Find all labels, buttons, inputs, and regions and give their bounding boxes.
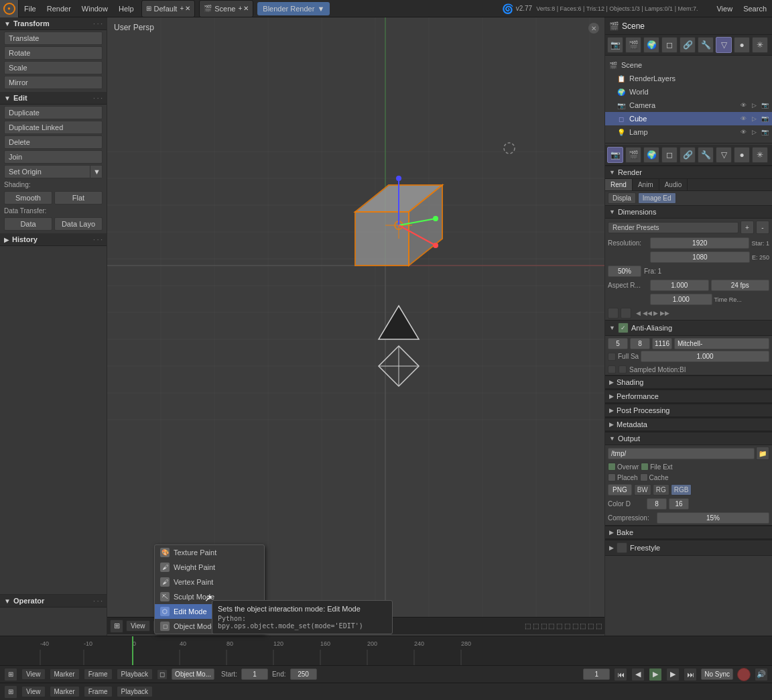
color-d-input-2[interactable]: 16 <box>669 498 689 510</box>
metadata-section-header[interactable]: ▶ Metadata <box>605 418 772 431</box>
menu-render[interactable]: Render <box>42 0 76 17</box>
audio-button[interactable]: 🔊 <box>755 668 768 681</box>
timeline-mode-icon[interactable]: ◻ <box>157 669 168 680</box>
timeline-playback[interactable]: Playback <box>117 668 153 680</box>
prev-frame-btn[interactable]: ◀ <box>631 668 645 681</box>
sampled-motion-checkbox[interactable] <box>608 365 616 373</box>
timeline-view[interactable]: View <box>21 668 46 680</box>
render-prop-icon-6[interactable]: 🔧 <box>698 147 714 163</box>
bottom-marker[interactable]: Marker <box>50 686 80 697</box>
render-tab-rend[interactable]: Rend <box>605 179 633 190</box>
edit-panel-header[interactable]: ▼ Edit · · · <box>0 92 107 105</box>
render-presets-button[interactable]: Render Presets <box>608 222 738 233</box>
prop-icon-object[interactable]: ◻ <box>661 37 678 53</box>
overwrite-checkbox[interactable] <box>608 463 616 471</box>
time-checkbox-1[interactable] <box>608 308 619 318</box>
scene-add[interactable]: + <box>238 5 242 12</box>
output-section-header[interactable]: ▼ Output <box>605 432 772 445</box>
render-prop-icon-9[interactable]: ✳ <box>752 147 768 163</box>
record-button[interactable] <box>737 668 751 681</box>
output-folder-button[interactable]: 📁 <box>756 447 769 460</box>
cube-sel-btn[interactable]: ▷ <box>749 114 759 123</box>
timeline-marker[interactable]: Marker <box>50 668 80 680</box>
renderer-selector[interactable]: Blender Render ▼ <box>257 2 330 15</box>
render-prop-icon-7[interactable]: ▽ <box>716 147 732 163</box>
prop-icon-material[interactable]: ● <box>734 37 750 53</box>
render-prop-icon-8[interactable]: ● <box>734 147 750 163</box>
render-prop-icon-5[interactable]: 🔗 <box>680 147 696 163</box>
layout-selector[interactable]: ⊞ Default + ✕ <box>141 0 196 17</box>
sampled-motion-checkbox-2[interactable] <box>619 365 627 373</box>
next-frame-btn[interactable]: ▶ <box>666 668 680 681</box>
rgb-button[interactable]: RGB <box>671 484 692 495</box>
render-prop-icon-2[interactable]: 🎬 <box>625 147 641 163</box>
aspect-y-input[interactable]: 1.000 <box>650 294 712 305</box>
timeline-ruler[interactable]: -40 -10 0 40 80 120 160 200 240 280 <box>0 636 772 666</box>
image-ed-button[interactable]: Image Ed <box>638 192 676 204</box>
menu-file[interactable]: File <box>19 0 42 17</box>
render-tab-audio[interactable]: Audio <box>659 179 688 190</box>
vertex-paint-item[interactable]: 🖌 Vertex Paint <box>155 575 264 589</box>
mirror-button[interactable]: Mirror <box>4 76 103 89</box>
render-prop-icon-active[interactable]: 📷 <box>607 147 623 163</box>
menu-help[interactable]: Help <box>113 0 139 17</box>
history-panel-header[interactable]: ▶ History · · · <box>0 233 107 246</box>
prop-icon-render[interactable]: 📷 <box>607 37 623 53</box>
menu-window[interactable]: Window <box>76 0 113 17</box>
render-prop-icon-4[interactable]: ◻ <box>661 147 678 163</box>
join-button[interactable]: Join <box>4 150 103 164</box>
format-select[interactable]: PNG <box>608 484 632 495</box>
aa-section-header[interactable]: ▼ ✓ Anti-Aliasing <box>605 320 772 336</box>
placeh-checkbox[interactable] <box>608 473 616 481</box>
prop-icon-world[interactable]: 🌍 <box>643 37 659 53</box>
camera-vis-btn[interactable]: 👁 <box>738 101 748 110</box>
shading-section-header[interactable]: ▶ Shading <box>605 375 772 389</box>
search-menu[interactable]: Search <box>738 0 772 17</box>
start-input[interactable]: 1 <box>241 668 268 680</box>
bottom-icon[interactable]: ⊞ <box>4 685 17 699</box>
percent-input[interactable]: 50% <box>608 266 641 277</box>
resolution-y-input[interactable]: 1080 <box>650 251 750 263</box>
timeline-mode-select[interactable]: Object Mo... <box>172 668 214 680</box>
post-processing-header[interactable]: ▶ Post Processing <box>605 404 772 417</box>
data-button[interactable]: Data <box>4 217 52 231</box>
lamp-vis-btn[interactable]: 👁 <box>738 127 748 137</box>
scene-tree-cube[interactable]: ◻ Cube 👁 ▷ 📷 <box>605 112 772 125</box>
operator-panel-header[interactable]: ▼ Operator · · · <box>0 595 107 607</box>
aa-float-input[interactable]: 1.000 <box>641 351 769 362</box>
scale-button[interactable]: Scale <box>4 61 103 74</box>
prop-icon-modifiers[interactable]: 🔧 <box>698 37 714 53</box>
display-button[interactable]: Displa <box>608 192 636 204</box>
frame-input[interactable]: 1 <box>583 668 610 680</box>
aa-checkbox[interactable]: ✓ <box>618 323 629 333</box>
bake-section-header[interactable]: ▶ Bake <box>605 526 772 539</box>
lamp-sel-btn[interactable]: ▷ <box>749 127 759 137</box>
scene-tree-lamp[interactable]: 💡 Lamp 👁 ▷ 📷 <box>605 125 772 139</box>
aspect-x-input[interactable]: 1.000 <box>650 280 709 291</box>
render-presets-add[interactable]: + <box>741 221 754 234</box>
performance-section-header[interactable]: ▶ Performance <box>605 390 772 403</box>
prop-icon-constraints[interactable]: 🔗 <box>680 37 696 53</box>
freestyle-section-header[interactable]: ▶ Freestyle <box>605 540 772 556</box>
aa-input-2[interactable]: 8 <box>630 338 650 349</box>
compression-input[interactable]: 15% <box>657 512 769 524</box>
file-ext-checkbox[interactable] <box>641 463 649 471</box>
cache-checkbox[interactable] <box>640 473 648 481</box>
prop-icon-particles[interactable]: ✳ <box>752 37 768 53</box>
skip-end-btn[interactable]: ⏭ <box>684 668 697 681</box>
scene-tree-renderlayers[interactable]: 📋 RenderLayers <box>605 72 772 85</box>
layout-add[interactable]: + <box>180 5 184 12</box>
camera-sel-btn[interactable]: ▷ <box>749 101 759 110</box>
scene-close[interactable]: ✕ <box>243 5 249 12</box>
scene-selector[interactable]: 🎬 Scene + ✕ <box>199 0 253 17</box>
output-path-input[interactable]: /tmp/ <box>608 448 755 459</box>
bottom-frame[interactable]: Frame <box>84 686 113 697</box>
duplicate-button[interactable]: Duplicate <box>4 106 103 119</box>
translate-button[interactable]: Translate <box>4 32 103 45</box>
cube-render-btn[interactable]: 📷 <box>760 114 769 123</box>
render-prop-icon-3[interactable]: 🌍 <box>643 147 659 163</box>
scene-tree-scene[interactable]: 🎬 Scene <box>605 58 772 72</box>
aa-input-3[interactable]: 1116 <box>652 338 672 349</box>
scene-tree-camera[interactable]: 📷 Camera 👁 ▷ 📷 <box>605 99 772 112</box>
data-layout-button[interactable]: Data Layo <box>54 217 103 231</box>
